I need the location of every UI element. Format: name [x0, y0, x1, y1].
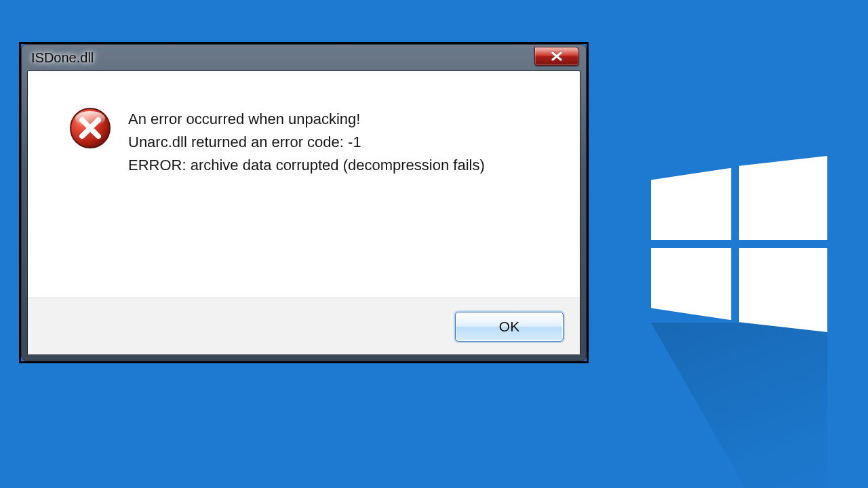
svg-marker-3: [651, 248, 731, 320]
ok-button[interactable]: OK: [455, 312, 564, 342]
dialog-client-area: An error occurred when unpacking! Unarc.…: [27, 70, 580, 355]
button-strip: OK: [28, 298, 580, 354]
error-dialog: ISDone.dll: [19, 42, 589, 363]
windows-logo: [651, 156, 827, 332]
svg-marker-1: [651, 168, 731, 240]
svg-marker-0: [651, 323, 827, 488]
dialog-title: ISDone.dll: [31, 50, 94, 66]
svg-marker-4: [739, 248, 827, 332]
close-icon: [550, 52, 564, 61]
titlebar: ISDone.dll: [27, 45, 580, 70]
error-icon: [68, 106, 112, 150]
error-message: An error occurred when unpacking! Unarc.…: [128, 106, 485, 177]
svg-marker-2: [739, 156, 827, 240]
windows-logo-icon: [651, 156, 827, 332]
dialog-frame: ISDone.dll: [21, 44, 587, 361]
close-button[interactable]: [534, 47, 579, 66]
